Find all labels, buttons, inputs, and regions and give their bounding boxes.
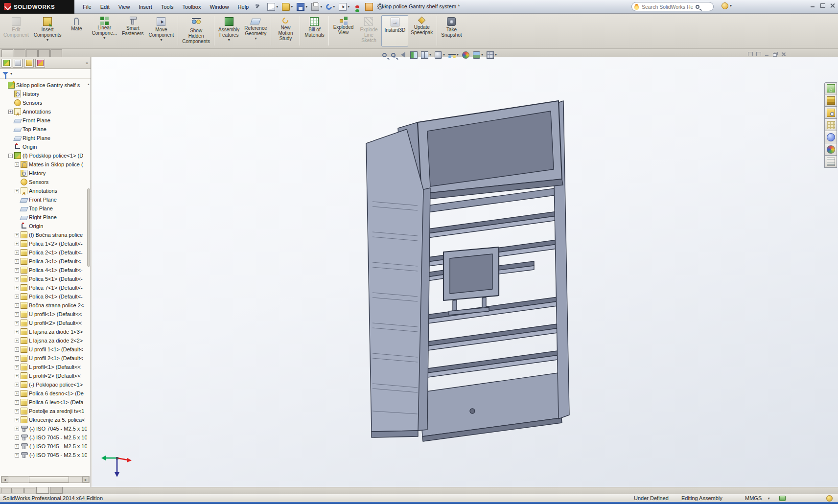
command-button[interactable] <box>300 16 300 46</box>
tree-item[interactable]: + U profil 2<1> (Default< <box>0 354 87 363</box>
tree-item[interactable]: + Mates in Sklop police ( <box>0 160 87 169</box>
tree-expander-icon[interactable]: + <box>15 259 19 264</box>
tree-item[interactable]: + (-) Poklopac police<1> <box>0 380 87 389</box>
tree-expander-icon[interactable]: + <box>15 251 19 255</box>
tree-item[interactable]: Right Plane <box>0 213 87 222</box>
tree-expander-icon[interactable]: + <box>15 339 19 343</box>
tree-expander-icon[interactable]: + <box>15 435 19 440</box>
tree-expander-icon[interactable]: + <box>15 347 19 352</box>
quick-tips-icon[interactable] <box>826 495 833 502</box>
tree-expander-icon[interactable]: + <box>15 330 19 334</box>
scrollbar-thumb[interactable] <box>29 477 69 482</box>
ribbon-tab[interactable] <box>50 49 62 57</box>
view-tool-button[interactable] <box>447 52 460 58</box>
command-button[interactable] <box>214 16 214 46</box>
command-button[interactable] <box>178 16 178 46</box>
task-pane-tab[interactable] <box>824 143 837 156</box>
quick-access-button[interactable] <box>337 2 351 12</box>
tree-item[interactable]: + L lajsna za diode 1<3> <box>0 327 87 336</box>
tree-item[interactable]: Top Plane <box>0 125 87 134</box>
tree-item[interactable]: + Polica 3<1> (Default<- <box>0 257 87 266</box>
command-button[interactable] <box>437 16 437 46</box>
tag-icon[interactable] <box>779 496 786 501</box>
command-button[interactable]: Assembly Features <box>216 15 242 46</box>
tree-item[interactable]: + Annotations <box>0 186 87 195</box>
view-tool-button[interactable] <box>381 52 388 58</box>
panel-tab[interactable] <box>1 59 11 68</box>
tree-expander-icon[interactable]: + <box>15 268 19 273</box>
tree-expander-icon[interactable]: + <box>15 374 19 378</box>
dropdown-arrow-icon[interactable] <box>103 36 105 40</box>
scroll-left-arrow-icon[interactable] <box>1 477 8 482</box>
menu-item[interactable]: Tools <box>158 2 177 11</box>
dropdown-arrow-icon[interactable] <box>348 5 349 9</box>
tree-expander-icon[interactable]: - <box>8 154 13 158</box>
command-button[interactable]: Reference Geometry <box>242 15 269 46</box>
view-tool-button[interactable] <box>472 51 484 59</box>
tree-item[interactable]: Front Plane <box>0 116 87 125</box>
help-search-box[interactable] <box>631 2 714 11</box>
command-button[interactable]: Exploded View <box>330 15 356 46</box>
search-input[interactable] <box>641 3 694 10</box>
dropdown-arrow-icon[interactable] <box>305 5 307 9</box>
tree-expander-icon[interactable]: + <box>15 162 19 167</box>
help-community-button[interactable]: ▾ <box>722 2 732 9</box>
command-button[interactable]: Show Hidden Components <box>180 15 212 46</box>
tree-item[interactable]: + U profil<2> (Default<< <box>0 319 87 327</box>
tree-item[interactable]: + Polica 6 desno<1> (De <box>0 389 87 398</box>
tree-item[interactable]: Front Plane <box>0 195 87 204</box>
command-button[interactable]: Bill of Materials <box>302 15 327 46</box>
tree-item[interactable]: + Polica 5<1> (Default<- <box>0 275 87 283</box>
panel-tab[interactable] <box>13 59 23 68</box>
pin-icon[interactable] <box>255 4 260 10</box>
tree-item[interactable]: + (-) ISO 7045 - M2.5 x 10 <box>0 424 87 433</box>
tree-item[interactable]: Right Plane <box>0 134 87 142</box>
tree-scroll-up-arrow[interactable] <box>87 82 90 86</box>
view-tool-button[interactable] <box>486 51 498 59</box>
quick-access-button[interactable] <box>364 2 374 12</box>
view-tool-button[interactable] <box>398 51 408 59</box>
tree-item[interactable]: + (f) Bočna strana police <box>0 230 87 239</box>
tree-item[interactable]: + U profil 1<1> (Default< <box>0 345 87 354</box>
scroll-right-arrow-icon[interactable] <box>82 477 89 482</box>
view-tool-button[interactable] <box>420 51 432 59</box>
tree-item[interactable]: + Ukrucenje za 5. polica< <box>0 415 87 424</box>
tree-item[interactable]: Sklop police Gantry shelf s <box>0 81 87 90</box>
task-pane-tab[interactable] <box>824 131 837 143</box>
command-button[interactable] <box>328 16 329 46</box>
dropdown-arrow-icon[interactable] <box>320 5 322 9</box>
tree-expander-icon[interactable]: + <box>15 277 19 281</box>
dropdown-arrow-icon[interactable] <box>333 5 335 9</box>
tree-expander-icon[interactable]: + <box>15 453 19 458</box>
command-button[interactable]: Smart Fasteners <box>119 15 146 46</box>
command-button[interactable]: New Motion Study <box>273 15 298 46</box>
dropdown-arrow-icon[interactable] <box>443 53 445 57</box>
graphics-viewport[interactable] <box>92 57 838 487</box>
tree-item[interactable]: Origin <box>0 142 87 151</box>
tree-item[interactable]: + Polica 6 levo<1> (Defa <box>0 398 87 407</box>
quick-access-button[interactable] <box>295 2 309 12</box>
tree-expander-icon[interactable]: + <box>15 391 19 396</box>
dropdown-arrow-icon[interactable] <box>255 37 256 41</box>
command-button[interactable]: Instant3D <box>381 15 408 46</box>
task-pane-tab[interactable] <box>824 107 837 119</box>
window-icon[interactable] <box>756 52 761 56</box>
command-button[interactable]: Update Speedpak <box>408 15 435 46</box>
tree-expander-icon[interactable]: + <box>15 409 19 413</box>
tree-item[interactable]: + Polica 7<1> (Default<- <box>0 283 87 292</box>
tree-expander-icon[interactable]: + <box>15 242 19 246</box>
menu-item[interactable]: Toolbox <box>179 2 205 11</box>
tree-expander-icon[interactable]: + <box>15 427 19 431</box>
command-button[interactable]: Take Snapshot <box>439 15 464 46</box>
tree-item[interactable]: + Polica 1<2> (Default<- <box>0 239 87 248</box>
tree-expander-icon[interactable]: + <box>15 295 19 299</box>
tree-expander-icon[interactable]: + <box>15 189 19 193</box>
menu-item[interactable]: File <box>79 2 95 11</box>
task-pane-tab[interactable] <box>824 94 837 107</box>
ribbon-tab[interactable] <box>14 49 25 57</box>
quick-access-button[interactable] <box>310 2 324 12</box>
tree-expander-icon[interactable]: + <box>15 444 19 449</box>
dropdown-arrow-icon[interactable] <box>291 5 293 9</box>
tree-item[interactable]: Origin <box>0 222 87 230</box>
view-tool-button[interactable] <box>434 51 446 59</box>
